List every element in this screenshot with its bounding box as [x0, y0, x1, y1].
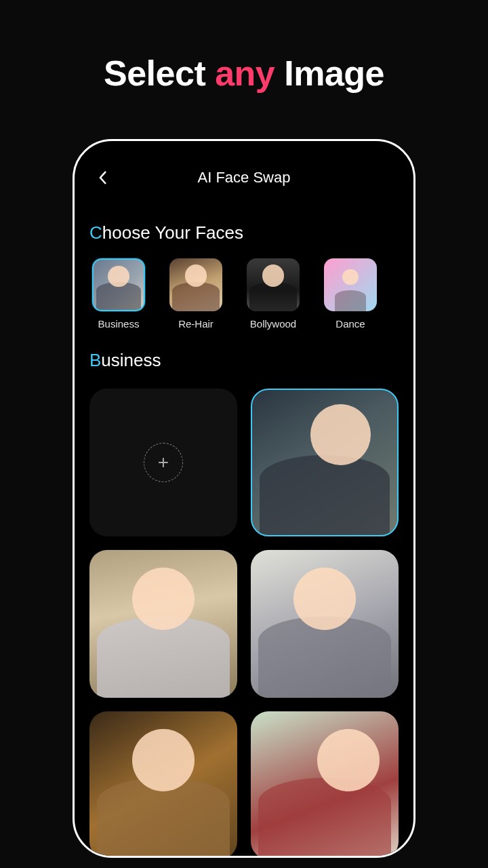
category-section-title: Business [89, 350, 399, 371]
image-tile[interactable] [251, 389, 399, 536]
face-thumb-rehair [169, 258, 222, 311]
face-category-bollywood[interactable]: Bollywood [247, 258, 300, 330]
image-tile[interactable] [89, 711, 237, 858]
back-button[interactable] [95, 170, 111, 186]
hero-title-accent: any [215, 54, 274, 93]
face-thumb-dance [324, 258, 377, 311]
plus-icon: + [144, 443, 183, 482]
face-label-business: Business [98, 318, 140, 330]
app-title: AI Face Swap [89, 169, 399, 186]
image-tile[interactable] [251, 550, 399, 698]
face-thumb-business [92, 258, 145, 311]
app-header: AI Face Swap [89, 163, 399, 193]
hero-title-part1: Select [104, 54, 215, 93]
image-tile[interactable] [89, 550, 237, 698]
category-title-first: B [89, 350, 101, 370]
phone-content: AI Face Swap Choose Your Faces Business … [75, 141, 413, 856]
face-category-row: Business Re-Hair Bollywood Dance [89, 258, 399, 330]
hero-title-part2: Image [274, 54, 384, 93]
category-title-rest: usiness [101, 350, 161, 370]
face-label-bollywood: Bollywood [250, 318, 296, 330]
image-tile[interactable] [251, 711, 399, 858]
choose-faces-title-first: C [89, 222, 102, 243]
face-category-rehair[interactable]: Re-Hair [169, 258, 222, 330]
choose-faces-title-rest: hoose Your Faces [102, 222, 243, 243]
face-label-rehair: Re-Hair [178, 318, 214, 330]
phone-frame: AI Face Swap Choose Your Faces Business … [73, 139, 415, 858]
face-category-business[interactable]: Business [92, 258, 145, 330]
add-image-tile[interactable]: + [89, 389, 237, 536]
hero-title: Select any Image [0, 0, 488, 94]
image-grid: + [89, 389, 399, 858]
face-thumb-bollywood [247, 258, 300, 311]
face-category-dance[interactable]: Dance [324, 258, 377, 330]
choose-faces-title: Choose Your Faces [89, 222, 399, 243]
chevron-left-icon [98, 170, 108, 185]
face-label-dance: Dance [336, 318, 365, 330]
